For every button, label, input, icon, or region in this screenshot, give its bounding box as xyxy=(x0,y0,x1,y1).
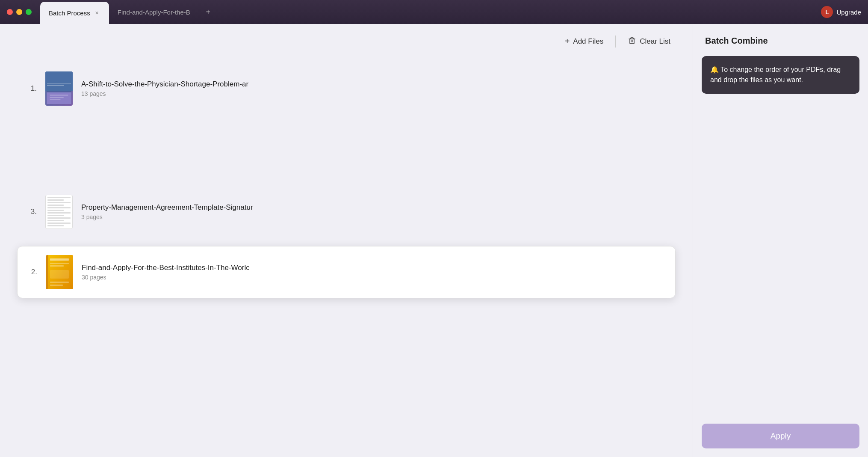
svg-rect-5 xyxy=(47,92,71,104)
titlebar: Batch Process ✕ Find-and-Apply-For-the-B… xyxy=(0,0,868,24)
file-info: Property-Management-Agreement-Template-S… xyxy=(81,203,669,220)
toolbar: + Add Files Clear List xyxy=(0,24,693,59)
list-item[interactable]: 1. A-Shift-to-Solve-the- xyxy=(17,63,676,114)
file-name: Find-and-Apply-For-the-Best-Institutes-I… xyxy=(82,264,381,272)
traffic-lights xyxy=(7,9,32,15)
svg-rect-2 xyxy=(47,73,71,92)
svg-rect-17 xyxy=(50,285,63,286)
tab-label-inactive: Find-and-Apply-For-the-B xyxy=(118,9,190,16)
svg-rect-12 xyxy=(50,258,69,261)
svg-rect-7 xyxy=(50,97,63,98)
svg-rect-8 xyxy=(50,99,60,100)
info-box: 🔔 To change the order of your PDFs, drag… xyxy=(702,56,859,94)
file-name: A-Shift-to-Solve-the-Physician-Shortage-… xyxy=(81,80,381,89)
main-content: + Add Files Clear List 1. xyxy=(0,24,868,457)
svg-rect-0 xyxy=(630,39,634,44)
tab-batch-process[interactable]: Batch Process ✕ xyxy=(40,2,109,24)
file-pages: 13 pages xyxy=(81,90,669,97)
tab-close-icon[interactable]: ✕ xyxy=(94,9,100,16)
file-thumbnail xyxy=(46,255,73,289)
upgrade-button[interactable]: L Upgrade xyxy=(821,6,861,18)
svg-rect-16 xyxy=(50,282,69,283)
list-item[interactable]: 3. Property-Management-Agreemen xyxy=(17,186,676,237)
file-thumbnail xyxy=(45,71,73,106)
add-files-label: Add Files xyxy=(573,37,603,46)
file-number: 1. xyxy=(24,84,37,93)
apply-button[interactable]: Apply xyxy=(702,424,859,448)
clear-list-label: Clear List xyxy=(640,37,670,46)
toolbar-separator xyxy=(615,36,616,47)
svg-rect-3 xyxy=(50,78,68,79)
svg-rect-6 xyxy=(50,95,68,95)
file-number: 3. xyxy=(24,208,37,216)
minimize-button[interactable] xyxy=(16,9,22,15)
svg-rect-14 xyxy=(50,265,64,267)
file-pages: 30 pages xyxy=(82,274,668,281)
panel-title: Batch Combine xyxy=(693,24,868,53)
close-button[interactable] xyxy=(7,9,13,15)
right-panel: Batch Combine 🔔 To change the order of y… xyxy=(693,24,868,457)
file-thumbnail xyxy=(45,195,73,229)
file-pages: 3 pages xyxy=(81,214,669,220)
upgrade-label: Upgrade xyxy=(836,9,861,16)
file-info: Find-and-Apply-For-the-Best-Institutes-I… xyxy=(82,264,668,281)
tab-find-apply[interactable]: Find-and-Apply-For-the-B xyxy=(109,0,199,24)
clear-list-button[interactable]: Clear List xyxy=(623,33,676,50)
tabs: Batch Process ✕ Find-and-Apply-For-the-B… xyxy=(40,0,821,24)
trash-icon xyxy=(628,36,636,47)
file-name: Property-Management-Agreement-Template-S… xyxy=(81,203,381,212)
file-list: 1. A-Shift-to-Solve-the- xyxy=(0,59,693,457)
tab-label-active: Batch Process xyxy=(49,9,90,17)
add-files-button[interactable]: + Add Files xyxy=(560,33,609,50)
list-item[interactable]: 2. xyxy=(17,246,676,298)
list-gap xyxy=(17,118,676,186)
svg-rect-15 xyxy=(50,270,69,279)
maximize-button[interactable] xyxy=(26,9,32,15)
file-list-area: + Add Files Clear List 1. xyxy=(0,24,693,457)
bell-icon: 🔔 xyxy=(710,66,719,73)
file-number: 2. xyxy=(24,268,37,276)
panel-spacer xyxy=(693,97,868,415)
tab-add-button[interactable]: + xyxy=(202,6,214,18)
avatar: L xyxy=(821,6,833,18)
svg-rect-4 xyxy=(50,80,63,81)
info-text: To change the order of your PDFs, drag a… xyxy=(710,66,841,83)
plus-icon: + xyxy=(565,36,570,46)
svg-rect-13 xyxy=(50,263,69,264)
file-info: A-Shift-to-Solve-the-Physician-Shortage-… xyxy=(81,80,669,97)
